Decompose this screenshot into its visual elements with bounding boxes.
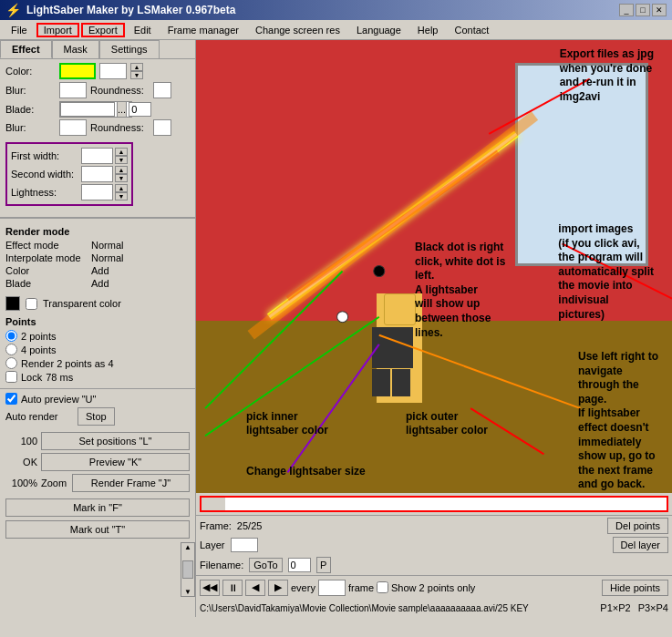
- stop-button[interactable]: Stop: [78, 407, 115, 426]
- lightness-label: Lightness:: [11, 187, 79, 198]
- zoom-label: Zoom: [41, 478, 68, 488]
- blur-input[interactable]: 30: [59, 82, 87, 98]
- annotation-pick-inner: pick innerlightsaber color: [246, 410, 328, 438]
- mark-in-btn[interactable]: Mark in "F": [5, 498, 190, 517]
- lightness-down[interactable]: ▼: [115, 192, 128, 200]
- first-width-up[interactable]: ▲: [115, 148, 128, 156]
- layer-label: Layer: [200, 539, 225, 550]
- layer-input[interactable]: 0: [231, 538, 258, 552]
- prev-start-btn[interactable]: ◀◀: [200, 580, 220, 596]
- menu-export[interactable]: Export: [81, 23, 125, 37]
- color-value-input[interactable]: [99, 63, 127, 79]
- transparent-color-box[interactable]: [5, 296, 20, 311]
- marks-section: Mark in "F" Mark out "T": [0, 495, 195, 542]
- mark-out-btn[interactable]: Mark out "T": [5, 520, 190, 539]
- blade-label: Blade:: [5, 104, 56, 115]
- annotation-export: Export files as jpgwhen you're doneand r…: [560, 47, 654, 104]
- progress-row: [196, 493, 672, 515]
- second-width-label: Second width:: [11, 169, 79, 180]
- pause-btn[interactable]: ⏸: [222, 580, 243, 596]
- color-label: Color:: [5, 66, 56, 77]
- del-layer-btn[interactable]: Del layer: [613, 537, 668, 553]
- show-2pts-checkbox[interactable]: [377, 581, 388, 593]
- effect-mode-label: Effect mode: [5, 240, 88, 251]
- tab-settings[interactable]: Settings: [99, 40, 160, 58]
- blade-zero-input[interactable]: [129, 102, 151, 117]
- maximize-button[interactable]: □: [636, 4, 650, 16]
- close-button[interactable]: ✕: [652, 4, 667, 16]
- roundness2-input[interactable]: 5: [153, 119, 171, 136]
- every-label: every: [291, 582, 315, 593]
- annotation-leftright: Use left right tonavigatethrough thepage…: [578, 350, 658, 492]
- left-panel-scrollbar[interactable]: ▲ ▼: [181, 542, 195, 597]
- menu-bar: File Import Export Edit Frame manager Ch…: [0, 20, 672, 40]
- layer-row: Layer 0 Del layer: [196, 535, 672, 555]
- radio-2points[interactable]: [5, 330, 17, 342]
- scroll-thumb[interactable]: [182, 560, 193, 579]
- blade-input[interactable]: ...: [59, 101, 132, 118]
- coords-p1p2: P1×P2: [600, 602, 630, 613]
- transparent-color-label: Transparent color: [43, 298, 121, 309]
- color-down-btn[interactable]: ▼: [130, 71, 143, 79]
- coords-p3p4: P3×P4: [638, 602, 668, 613]
- second-width-down[interactable]: ▼: [115, 174, 128, 182]
- prev-btn[interactable]: ◀: [245, 580, 265, 596]
- zoom-value: 100%: [5, 478, 37, 488]
- lock-checkbox[interactable]: [5, 371, 17, 383]
- menu-help[interactable]: Help: [410, 23, 446, 37]
- radio-4points[interactable]: [5, 344, 17, 355]
- radio-2as4-points[interactable]: [5, 357, 17, 369]
- auto-preview-checkbox[interactable]: [5, 393, 17, 405]
- progress-bar-container[interactable]: [200, 496, 668, 512]
- image-area[interactable]: Export files as jpgwhen you're doneand r…: [196, 40, 672, 493]
- render-frame-row: 100% Zoom Render Frame "J": [0, 474, 195, 492]
- second-width-input[interactable]: 3: [81, 166, 113, 182]
- menu-language[interactable]: Language: [349, 23, 408, 37]
- blur2-label: Blur:: [5, 122, 56, 133]
- menu-change-screen-res[interactable]: Change screen res: [248, 23, 347, 37]
- p-button[interactable]: P: [316, 557, 331, 573]
- svg-line-6: [287, 344, 378, 473]
- del-points-btn[interactable]: Del points: [607, 518, 668, 534]
- tab-mask[interactable]: Mask: [52, 40, 99, 58]
- effect-panel: Color: ▲ ▼ Blur: 30 Roundness: 5 Blade: …: [0, 59, 195, 213]
- blade-dots-btn[interactable]: ...: [117, 101, 127, 118]
- filepath-display: C:\Users\DavidTakamiya\Movie Collection\…: [200, 603, 529, 613]
- first-width-down[interactable]: ▼: [115, 156, 128, 164]
- lightness-input[interactable]: 20: [81, 184, 113, 200]
- blade-text-input[interactable]: [60, 102, 115, 117]
- every-input[interactable]: 1: [318, 580, 346, 596]
- render-mode-title: Render mode: [5, 226, 190, 237]
- blur2-input[interactable]: 5: [59, 119, 87, 136]
- goto-input[interactable]: [288, 558, 311, 572]
- transparent-color-checkbox[interactable]: [26, 298, 37, 310]
- preview-num: OK: [5, 457, 37, 467]
- lock-value: 78 ms: [46, 372, 73, 383]
- lightness-up[interactable]: ▲: [115, 184, 128, 192]
- tab-effect[interactable]: Effect: [0, 40, 52, 58]
- roundness-input[interactable]: 5: [153, 82, 171, 98]
- scroll-down-arrow[interactable]: ▼: [184, 588, 191, 596]
- render-frame-btn[interactable]: Render Frame "J": [72, 474, 190, 492]
- points-section: Points 2 points 4 points Render 2 points…: [0, 313, 195, 388]
- menu-import[interactable]: Import: [36, 23, 79, 37]
- menu-file[interactable]: File: [4, 23, 35, 37]
- width-lightness-group: First width: 10 ▲ ▼ Second width: 3 ▲ ▼: [5, 142, 133, 206]
- first-width-input[interactable]: 10: [81, 148, 113, 164]
- menu-frame-manager[interactable]: Frame manager: [160, 23, 246, 37]
- filename-label: Filename:: [200, 560, 243, 570]
- set-positions-btn[interactable]: Set positions "L": [41, 432, 190, 450]
- menu-contact[interactable]: Contact: [447, 23, 496, 37]
- app-title: LightSaber Maker by LSMaker 0.967beta: [26, 4, 235, 16]
- frame-label: Frame:: [200, 520, 232, 531]
- menu-edit[interactable]: Edit: [127, 23, 159, 37]
- hide-pts-btn[interactable]: Hide points: [602, 580, 668, 596]
- second-width-up[interactable]: ▲: [115, 166, 128, 174]
- goto-button[interactable]: GoTo: [249, 558, 282, 572]
- color-picker[interactable]: [59, 63, 96, 79]
- color-up-btn[interactable]: ▲: [130, 63, 143, 71]
- preview-btn[interactable]: Preview "K": [41, 453, 190, 471]
- minimize-button[interactable]: _: [619, 4, 634, 16]
- scroll-up-arrow[interactable]: ▲: [184, 543, 191, 551]
- next-btn[interactable]: ▶: [268, 580, 288, 596]
